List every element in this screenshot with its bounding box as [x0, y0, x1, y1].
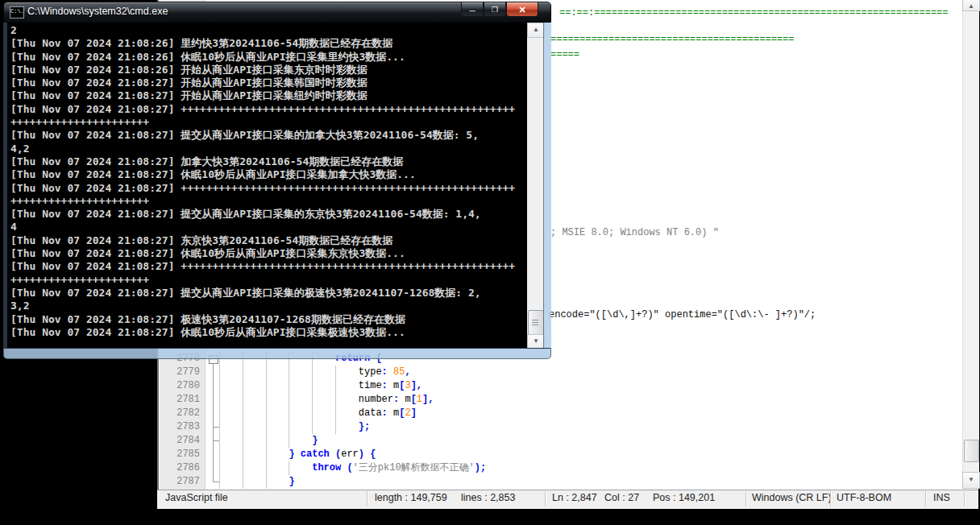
cmd-app-icon: C:\.: [10, 6, 24, 19]
status-length: length : 149,759: [375, 492, 447, 503]
cmd-window-title: C:\Windows\system32\cmd.exe: [27, 6, 168, 17]
line-number: 2787: [160, 475, 200, 489]
code-string-fragment: ; MSIE 8.0; Windows NT 6.0) ": [550, 226, 719, 240]
editor-scroll-up-icon[interactable]: ▲: [962, 0, 980, 11]
line-number: 2784: [160, 434, 200, 448]
cmd-window-right-border: [543, 23, 551, 348]
editor-vertical-scrollbar[interactable]: [962, 0, 979, 488]
line-number: 2781: [160, 393, 200, 407]
fold-margin-line: [213, 362, 214, 482]
code-comment-fragment-2: ========================================…: [550, 33, 794, 47]
close-icon: ✕: [518, 5, 525, 14]
status-eol-format: Windows (CR LF): [752, 492, 832, 503]
line-number: 2782: [160, 407, 200, 420]
code-comment-fragment-1: ==:==:==================================…: [559, 6, 948, 20]
line-number-column: 2778277927802781278227832784278527862787: [160, 352, 200, 489]
code-regex-fragment: encode="([\d\,]+?)" opentime="([\d\:\- ]…: [549, 308, 816, 322]
console-scrollbar-thumb[interactable]: [528, 310, 544, 336]
line-number: 2783: [160, 420, 200, 434]
status-insert-mode[interactable]: INS: [933, 492, 950, 503]
code-line[interactable]: };: [219, 420, 486, 434]
console-viewport[interactable]: 2 [Thu Nov 07 2024 21:08:26] 里约快3第202411…: [7, 23, 527, 348]
status-position: Pos : 149,201: [653, 492, 715, 503]
minimize-button[interactable]: ─: [461, 2, 484, 17]
line-number: 2786: [160, 461, 200, 475]
status-separator: [925, 491, 927, 506]
code-line[interactable]: type: 85,: [219, 366, 486, 379]
code-line[interactable]: } catch (err) {: [219, 448, 486, 461]
console-vertical-scrollbar[interactable]: [527, 23, 543, 348]
minimize-icon: ─: [469, 6, 475, 15]
fold-end-tick: [213, 440, 219, 441]
fold-end-tick: [213, 427, 219, 428]
status-separator: [964, 491, 965, 506]
code-line[interactable]: }: [219, 475, 486, 489]
code-comment-fragment-3: =====: [550, 48, 579, 62]
code-line[interactable]: data: m[2]: [219, 407, 486, 420]
line-number: 2780: [160, 379, 200, 393]
fold-end-tick: [213, 482, 219, 482]
status-separator: [745, 491, 747, 506]
code-line[interactable]: time: m[3],: [219, 379, 486, 393]
code-editor-area[interactable]: return {type: 85,time: m[3],number: m[1]…: [219, 352, 486, 489]
status-separator: [367, 491, 368, 506]
status-encoding: UTF-8-BOM: [837, 492, 891, 503]
line-number: 2785: [160, 448, 200, 461]
status-separator: [830, 491, 832, 506]
console-output: 2 [Thu Nov 07 2024 21:08:26] 里约快3第202411…: [7, 23, 527, 339]
editor-scroll-down-icon[interactable]: ▼: [962, 472, 980, 489]
editor-scrollbar-thumb[interactable]: [964, 440, 979, 462]
console-scroll-up-icon[interactable]: ▲: [527, 23, 545, 38]
code-line[interactable]: throw ('三分pk10解析数据不正确');: [219, 461, 486, 475]
status-separator: [545, 491, 546, 506]
code-line[interactable]: }: [219, 434, 486, 448]
status-lines: lines : 2,853: [461, 492, 515, 503]
status-doc-type: JavaScript file: [165, 492, 228, 503]
status-line-number: Ln : 2,847: [552, 492, 597, 503]
cmd-window-bottom-border: [3, 348, 551, 359]
line-number: 2779: [160, 366, 200, 379]
code-line[interactable]: number: m[1],: [219, 393, 486, 407]
close-button[interactable]: ✕: [506, 2, 538, 17]
restore-button[interactable]: ❐: [484, 2, 506, 17]
status-column: Col : 27: [604, 492, 639, 503]
restore-icon: ❐: [492, 6, 498, 14]
